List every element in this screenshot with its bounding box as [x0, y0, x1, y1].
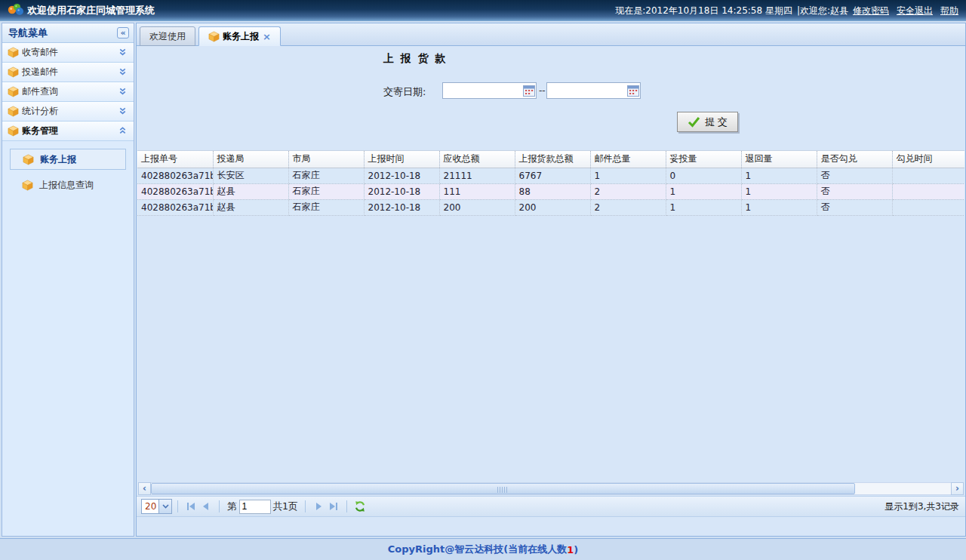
package-icon — [22, 180, 33, 191]
top-links: 修改密码安全退出帮助 — [853, 5, 958, 17]
table-cell: 2 — [590, 199, 666, 215]
scrollbar-thumb[interactable] — [151, 483, 855, 494]
sidebar-submenu: 账务上报上报信息查询 — [2, 141, 134, 205]
collapse-sidebar-icon[interactable]: « — [117, 27, 129, 38]
close-icon[interactable]: × — [263, 31, 271, 42]
top-right-info: 现在是:2012年10月18日 14:25:58 星期四 |欢迎您:赵县 修改密… — [615, 5, 958, 17]
sidebar-item[interactable]: 投递邮件 — [2, 63, 134, 82]
datetime-text: 现在是:2012年10月18日 14:25:58 星期四 — [615, 5, 792, 17]
submit-button[interactable]: 提 交 — [677, 112, 738, 132]
package-icon — [8, 66, 19, 78]
page-size-value: 20 — [142, 501, 158, 512]
sidebar-item-label: 统计分析 — [22, 105, 118, 118]
table-cell: 200 — [515, 199, 590, 215]
chevron-double-down-icon — [118, 67, 128, 77]
data-grid: 上报单号投递局市局上报时间应收总额上报货款总额邮件总量妥投量退回量是否勾兑勾兑时… — [137, 150, 964, 216]
sidebar-subitem[interactable]: 账务上报 — [10, 149, 126, 170]
main-panel: 欢迎使用账务上报× 上 报 货 款 交寄日期: -- 提 交 — [136, 23, 966, 537]
table-cell: 21111 — [439, 168, 515, 183]
top-link[interactable]: 安全退出 — [897, 5, 933, 17]
top-link[interactable]: 帮助 — [940, 5, 958, 17]
package-icon — [8, 86, 19, 97]
table-cell: 2012-10-18 — [364, 168, 439, 183]
calendar-icon[interactable] — [523, 85, 535, 97]
sidebar-item[interactable]: 统计分析 — [2, 102, 134, 122]
column-header[interactable]: 邮件总量 — [590, 151, 666, 168]
sidebar-item[interactable]: 收寄邮件 — [2, 43, 134, 63]
table-cell: 111 — [439, 183, 515, 199]
main-region: 导航菜单 « 收寄邮件投递邮件邮件查询统计分析账务管理账务上报上报信息查询 欢迎… — [0, 21, 966, 538]
package-icon — [23, 154, 34, 165]
table-row[interactable]: 402880263a71b1长安区石家庄2012-10-182111167671… — [137, 168, 964, 183]
copyright-text-end: ) — [574, 544, 578, 555]
sidebar-subitem[interactable]: 上报信息查询 — [10, 174, 126, 195]
first-page-button[interactable] — [183, 499, 198, 514]
page-number-input[interactable] — [239, 500, 271, 514]
table-cell: 石家庄 — [288, 168, 364, 183]
tab-content: 上 报 货 款 交寄日期: -- 提 交 上报单号投递局市局 — [137, 46, 965, 536]
column-header[interactable]: 上报货款总额 — [515, 151, 590, 168]
date-to-field — [546, 82, 641, 99]
chevron-down-icon[interactable] — [158, 500, 171, 513]
column-header[interactable]: 妥投量 — [666, 151, 741, 168]
package-icon — [208, 31, 220, 42]
divider — [305, 500, 306, 512]
sidebar-menu: 收寄邮件投递邮件邮件查询统计分析账务管理账务上报上报信息查询 — [2, 43, 134, 205]
sidebar-item[interactable]: 账务管理 — [2, 122, 134, 141]
scrollbar-track[interactable] — [151, 482, 951, 495]
prev-page-button[interactable] — [198, 499, 214, 514]
tab[interactable]: 欢迎使用 — [140, 26, 195, 46]
sidebar-item-label: 投递邮件 — [22, 66, 118, 78]
date-from-input[interactable] — [443, 84, 523, 97]
table-cell: 石家庄 — [288, 183, 364, 199]
table-row[interactable]: 402880263a71b1赵县石家庄2012-10-18200200211否 — [137, 199, 964, 215]
column-header[interactable]: 市局 — [288, 151, 364, 168]
chevron-double-down-icon — [118, 106, 128, 116]
sidebar-subitem-label: 上报信息查询 — [39, 179, 94, 192]
copyright-text: CopyRight@智云达科技(当前在线人数 — [388, 543, 567, 556]
column-header[interactable]: 应收总额 — [439, 151, 515, 168]
divider — [177, 500, 178, 512]
table-cell: 赵县 — [213, 199, 288, 215]
column-header[interactable]: 投递局 — [213, 151, 288, 168]
tab[interactable]: 账务上报× — [198, 26, 281, 46]
scroll-right-icon[interactable]: › — [951, 482, 964, 495]
column-header[interactable]: 退回量 — [741, 151, 817, 168]
app-title: 欢迎使用石家庄同城管理系统 — [27, 4, 155, 17]
brand: 欢迎使用石家庄同城管理系统 — [8, 3, 155, 18]
column-header[interactable]: 上报时间 — [364, 151, 439, 168]
chevron-double-up-icon — [118, 126, 128, 136]
next-page-button[interactable] — [311, 499, 326, 514]
welcome-text: |欢迎您:赵县 — [797, 5, 848, 17]
record-summary: 显示1到3,共3记录 — [884, 500, 959, 513]
sidebar-item-label: 账务管理 — [22, 125, 118, 137]
column-header[interactable]: 勾兑时间 — [892, 151, 964, 168]
scroll-left-icon[interactable]: ‹ — [138, 482, 151, 495]
table-cell: 1 — [741, 183, 817, 199]
sidebar-header: 导航菜单 « — [2, 23, 134, 43]
package-icon — [8, 47, 19, 58]
online-count: 1 — [567, 544, 574, 555]
table-row[interactable]: 402880263a71b1赵县石家庄2012-10-1811188211否 — [137, 183, 964, 199]
table-cell: 402880263a71b1 — [137, 168, 213, 183]
date-from-field — [442, 82, 537, 99]
date-range-separator: -- — [539, 85, 546, 96]
grid-header-row: 上报单号投递局市局上报时间应收总额上报货款总额邮件总量妥投量退回量是否勾兑勾兑时… — [137, 151, 964, 168]
sidebar-item-label: 邮件查询 — [22, 85, 118, 98]
last-page-button[interactable] — [326, 499, 341, 514]
column-header[interactable]: 上报单号 — [137, 151, 213, 168]
sidebar-title: 导航菜单 — [8, 26, 48, 40]
page-size-select[interactable]: 20 — [141, 499, 172, 514]
top-link[interactable]: 修改密码 — [853, 5, 889, 17]
date-to-input[interactable] — [547, 84, 627, 97]
refresh-icon[interactable] — [352, 499, 368, 514]
sidebar-item[interactable]: 邮件查询 — [2, 82, 134, 102]
table-cell: 1 — [590, 168, 666, 183]
table-cell: 402880263a71b1 — [137, 199, 213, 215]
horizontal-scrollbar[interactable]: ‹ › — [138, 482, 964, 495]
column-header[interactable]: 是否勾兑 — [817, 151, 892, 168]
calendar-icon[interactable] — [627, 85, 639, 97]
table-cell: 2012-10-18 — [364, 199, 439, 215]
table-cell: 否 — [817, 183, 892, 199]
table-cell: 1 — [666, 183, 741, 199]
